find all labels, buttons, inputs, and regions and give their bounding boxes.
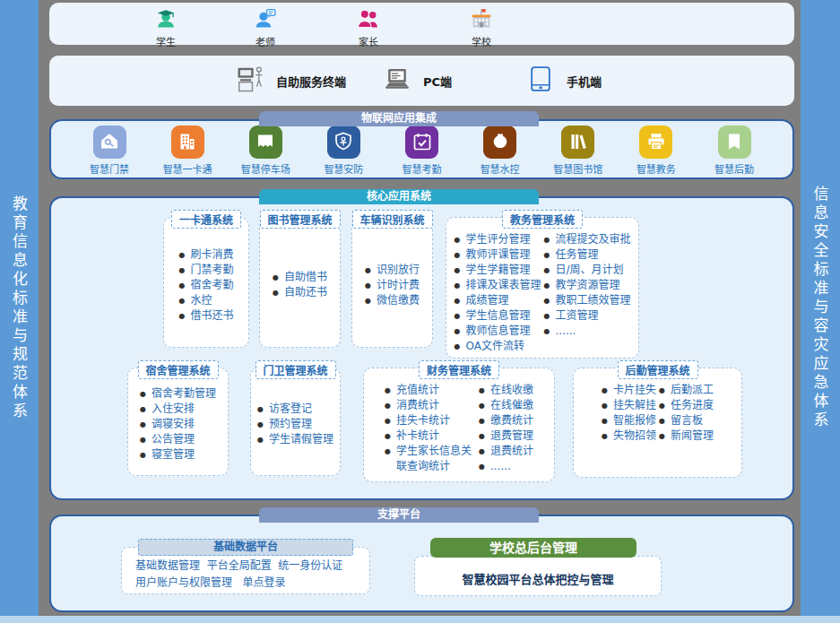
feature-item: OA文件流转 bbox=[454, 339, 541, 354]
iot-tile: 智慧安防 bbox=[308, 125, 378, 176]
support-platform-panel: 基础数据平台 基础数据管理 平台全局配置 统一身份认证 用户账户与权限管理 单点… bbox=[49, 515, 794, 612]
iot-tile-label: 智慧一卡通 bbox=[163, 161, 212, 176]
feature-item: 后勤派工 bbox=[659, 383, 714, 398]
feature-item: 预约管理 bbox=[257, 417, 333, 432]
user-role-4: 学校 bbox=[471, 7, 493, 48]
right-security-bar: 信息安全标准与容灾应急体系 bbox=[801, 0, 840, 616]
feature-column: 宿舍考勤管理入住安排调寝安排公告管理寝室管理 bbox=[140, 386, 216, 463]
user-roles-panel: 学生老师家长学校 bbox=[49, 3, 794, 45]
terminal-3: 手机端 bbox=[526, 65, 602, 97]
iot-tile-label: 智慧门禁 bbox=[90, 161, 129, 176]
feature-item: 计时计费 bbox=[365, 278, 420, 293]
feature-item: 卡片挂失 bbox=[602, 383, 656, 398]
feature-item: 自助借书 bbox=[273, 270, 327, 285]
feature-item: 新闻管理 bbox=[659, 428, 714, 444]
iot-tile: 智慧图书馆 bbox=[543, 125, 613, 176]
feature-item: 学生请假管理 bbox=[257, 432, 333, 447]
terminal-1: 自助服务终端 bbox=[236, 65, 346, 97]
printer-icon bbox=[639, 125, 672, 159]
feature-column: 学生评分管理教师评课管理学生学籍管理排课及课表管理成绩管理学生信息管理教师信息管… bbox=[454, 232, 541, 354]
core-card-title: 教务管理系统 bbox=[502, 210, 583, 229]
left-standards-bar: 教育信息化标准与规范体系 bbox=[0, 0, 39, 616]
feature-column: 在线收缴在线催缴缴费统计退费管理退费统计...... bbox=[479, 383, 533, 474]
terminal-label: 自助服务终端 bbox=[276, 73, 346, 90]
core-system-card: 图书管理系统自助借书自助还书 bbox=[259, 217, 341, 348]
feature-item: 成绩管理 bbox=[454, 293, 541, 308]
right-security-label: 信息安全标准与容灾应急体系 bbox=[810, 186, 832, 430]
feature-item: 微信缴费 bbox=[365, 293, 420, 308]
books-icon bbox=[561, 125, 594, 159]
core-card-body: 学生评分管理教师评课管理学生学籍管理排课及课表管理成绩管理学生信息管理教师信息管… bbox=[446, 218, 638, 359]
iot-tile-label: 智慧停车场 bbox=[241, 161, 290, 176]
core-card-body: 识别放行计时计费微信缴费 bbox=[352, 218, 432, 347]
core-card-title: 门卫管理系统 bbox=[255, 360, 335, 379]
core-card-body: 访客登记预约管理学生请假管理 bbox=[251, 368, 340, 475]
core-card-body: 宿舍考勤管理入住安排调寝安排公告管理寝室管理 bbox=[128, 368, 228, 475]
feature-item: 智能报修 bbox=[602, 413, 656, 428]
feature-column: 流程提交及审批任务管理日/周、月计划教学资源管理教职工绩效管理工资管理.....… bbox=[544, 232, 631, 339]
iot-tile-label: 智慧考勤 bbox=[403, 161, 442, 176]
iot-tile-label: 智慧图书馆 bbox=[553, 161, 602, 176]
bottom-strip bbox=[0, 616, 840, 623]
feature-item: 失物招领 bbox=[602, 428, 656, 444]
tablet-icon bbox=[526, 65, 555, 97]
feature-item: 流程提交及审批 bbox=[544, 232, 631, 247]
parents-icon bbox=[358, 7, 380, 33]
core-card-title: 宿舍管理系统 bbox=[137, 360, 218, 379]
feature-item: 入住安排 bbox=[140, 402, 216, 417]
core-card-body: 自助借书自助还书 bbox=[260, 218, 340, 347]
core-card-title: 图书管理系统 bbox=[259, 210, 340, 229]
feature-item: 访客登记 bbox=[257, 402, 333, 417]
feature-item: 教师信息管理 bbox=[454, 324, 541, 339]
user-role-label: 学校 bbox=[472, 34, 491, 48]
iot-tile: 智慧门禁 bbox=[74, 125, 144, 176]
feature-item: 水控 bbox=[178, 293, 233, 308]
basic-data-platform-title: 基础数据平台 bbox=[138, 539, 353, 556]
basic-data-line-2: 用户账户与权限管理 单点登录 bbox=[135, 575, 369, 592]
school-icon bbox=[471, 7, 493, 33]
feature-item: 借书还书 bbox=[178, 308, 233, 324]
access-terminals-panel: 自助服务终端PC端手机端 bbox=[49, 56, 794, 106]
school-admin-desc: 智慧校园平台总体把控与管理 bbox=[462, 565, 613, 587]
iot-tile: 智慧教务 bbox=[621, 125, 691, 176]
feature-item: 教学资源管理 bbox=[544, 278, 631, 293]
laptop-icon bbox=[383, 65, 411, 97]
feature-item: 缴费统计 bbox=[479, 413, 533, 428]
core-card-title: 车辆识别系统 bbox=[351, 210, 432, 229]
feature-column: 后勤派工任务进度留言板新闻管理 bbox=[659, 383, 714, 444]
core-card-title: 后勤管理系统 bbox=[617, 360, 697, 379]
feature-item: 学生信息管理 bbox=[454, 308, 541, 324]
feature-column: 充值统计消费统计挂失卡统计补卡统计学生家长信息关联查询统计 bbox=[385, 383, 476, 474]
iot-integration-panel: 智慧门禁智慧一卡通智慧停车场智慧安防智慧考勤智慧水控智慧图书馆智慧教务智慧后勤 bbox=[49, 119, 794, 179]
iot-tile: 智慧一卡通 bbox=[152, 125, 222, 176]
feature-item: 排课及课表管理 bbox=[454, 278, 541, 293]
feature-item: 教职工绩效管理 bbox=[544, 293, 631, 308]
home-key-icon bbox=[93, 125, 126, 159]
feature-item: 挂失解挂 bbox=[602, 398, 656, 413]
core-card-body: 刷卡消费门禁考勤宿舍考勤水控借书还书 bbox=[164, 218, 248, 347]
feature-item: 挂失卡统计 bbox=[385, 413, 476, 428]
core-systems-banner: 核心应用系统 bbox=[259, 189, 539, 204]
feature-item: 充值统计 bbox=[385, 383, 476, 398]
parking-card-icon bbox=[249, 125, 282, 159]
iot-tile: 智慧停车场 bbox=[230, 125, 300, 176]
core-card-body: 充值统计消费统计挂失卡统计补卡统计学生家长信息关联查询统计在线收缴在线催缴缴费统… bbox=[364, 368, 554, 481]
feature-item: 公告管理 bbox=[140, 432, 216, 447]
feature-item: 消费统计 bbox=[385, 398, 476, 413]
basic-data-platform-card: 基础数据平台 基础数据管理 平台全局配置 统一身份认证 用户账户与权限管理 单点… bbox=[121, 547, 370, 594]
feature-item: 门禁考勤 bbox=[178, 263, 233, 278]
core-system-card: 宿舍管理系统宿舍考勤管理入住安排调寝安排公告管理寝室管理 bbox=[127, 368, 229, 476]
user-role-1: 学生 bbox=[155, 7, 178, 48]
feature-item: 学生家长信息关联查询统计 bbox=[385, 444, 476, 474]
feature-item: 调寝安排 bbox=[140, 417, 216, 432]
basic-data-line-1: 基础数据管理 平台全局配置 统一身份认证 bbox=[135, 558, 369, 575]
feature-item: 任务进度 bbox=[659, 398, 714, 413]
left-standards-label: 教育信息化标准与规范体系 bbox=[8, 195, 30, 421]
iot-tiles-row: 智慧门禁智慧一卡通智慧停车场智慧安防智慧考勤智慧水控智慧图书馆智慧教务智慧后勤 bbox=[51, 121, 792, 177]
user-role-3: 家长 bbox=[358, 7, 380, 48]
core-systems-panel: 一卡通系统刷卡消费门禁考勤宿舍考勤水控借书还书图书管理系统自助借书自助还书车辆识… bbox=[49, 196, 794, 500]
smart-campus-architecture-diagram: 教育信息化标准与规范体系 信息安全标准与容灾应急体系 学生老师家长学校 自助服务… bbox=[0, 0, 840, 623]
feature-item: 识别放行 bbox=[365, 263, 420, 278]
core-card-title: 财务管理系统 bbox=[419, 360, 499, 379]
core-system-card: 财务管理系统充值统计消费统计挂失卡统计补卡统计学生家长信息关联查询统计在线收缴在… bbox=[363, 368, 555, 482]
